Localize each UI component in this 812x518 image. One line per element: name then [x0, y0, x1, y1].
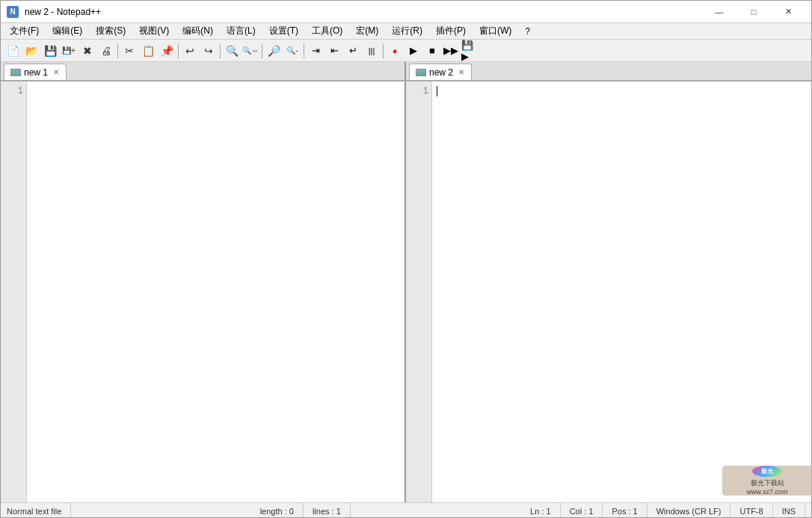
- menu-item-t[interactable]: 设置(T): [263, 23, 304, 39]
- status-line-ending: Windows (CR LF): [648, 503, 731, 519]
- menu-item-e[interactable]: 编辑(E): [46, 23, 88, 39]
- toolbar-sep-6: [383, 43, 384, 58]
- open-button[interactable]: 📂: [22, 42, 40, 60]
- left-pane: 1: [1, 81, 406, 502]
- find-button[interactable]: 🔍: [223, 42, 241, 60]
- toolbar-sep-1: [117, 43, 118, 58]
- macro-play-all-button[interactable]: ▶▶: [442, 42, 460, 60]
- right-pane: 1: [406, 81, 811, 502]
- menu-item-f[interactable]: 文件(F): [4, 23, 45, 39]
- menu-bar: 文件(F)编辑(E)搜索(S)视图(V)编码(N)语言(L)设置(T)工具(O)…: [1, 23, 811, 40]
- menu-item-s[interactable]: 搜索(S): [90, 23, 132, 39]
- toolbar-sep-4: [262, 43, 262, 58]
- window-controls: — □ ✕: [702, 1, 805, 23]
- tab-file-icon-1: [10, 69, 21, 76]
- find-replace-button[interactable]: 🔍↔: [242, 42, 259, 60]
- left-tab-close[interactable]: ✕: [51, 67, 61, 78]
- title-bar-left: N new 2 - Notepad++: [7, 6, 101, 18]
- macro-save-button[interactable]: 💾▶: [461, 42, 479, 60]
- copy-button[interactable]: 📋: [139, 42, 157, 60]
- right-line-numbers: 1: [406, 81, 432, 502]
- toolbar-sep-3: [220, 43, 221, 58]
- status-right: Ln : 1 Col : 1 Pos : 1 Windows (CR LF) U…: [530, 503, 805, 519]
- macro-play-button[interactable]: ▶: [405, 42, 422, 60]
- left-tabs: new 1 ✕: [1, 62, 406, 80]
- watermark-site: www.xz7.com: [746, 488, 787, 496]
- cut-button[interactable]: ✂: [120, 42, 138, 60]
- outdent-button[interactable]: ⇤: [325, 42, 343, 60]
- right-editor[interactable]: [432, 81, 811, 502]
- left-tab-new1[interactable]: new 1 ✕: [4, 64, 67, 80]
- toolbar: 📄 📂 💾 💾+ ✖ 🖨 ✂ 📋 📌 ↩ ↪ 🔍 🔍↔ 🔎 🔍- ⇥ ⇤ ↵ |…: [1, 40, 811, 62]
- editor-area: 1 1: [1, 81, 811, 502]
- redo-button[interactable]: ↪: [200, 42, 218, 60]
- save-all-button[interactable]: 💾+: [60, 42, 78, 60]
- macro-record-button[interactable]: ●: [386, 42, 404, 60]
- minimize-button[interactable]: —: [702, 1, 736, 23]
- menu-item-m[interactable]: 宏(M): [350, 23, 384, 39]
- status-encoding: UTF-8: [731, 503, 772, 519]
- wrap-button[interactable]: ↵: [344, 42, 362, 60]
- tab-area: new 1 ✕ new 2 ✕: [1, 62, 811, 81]
- status-length: length : 0: [251, 503, 304, 519]
- undo-button[interactable]: ↩: [181, 42, 199, 60]
- menu-item-o[interactable]: 工具(O): [306, 23, 348, 39]
- status-lines: lines : 1: [304, 503, 351, 519]
- right-tab-close[interactable]: ✕: [456, 67, 467, 78]
- indent-button[interactable]: ⇥: [307, 42, 325, 60]
- menu-item-n[interactable]: 编码(N): [176, 23, 219, 39]
- zoom-in-button[interactable]: 🔎: [265, 42, 283, 60]
- menu-item-v[interactable]: 视图(V): [133, 23, 175, 39]
- status-insert: INS: [773, 503, 805, 519]
- toolbar-sep-2: [178, 43, 179, 58]
- print-button[interactable]: 🖨: [97, 42, 115, 60]
- left-line-numbers: 1: [1, 81, 27, 502]
- left-tab-label: new 1: [24, 67, 48, 78]
- menu-item-[interactable]: ?: [519, 25, 536, 38]
- new-button[interactable]: 📄: [4, 42, 22, 60]
- right-tab-label: new 2: [429, 67, 453, 78]
- title-bar: N new 2 - Notepad++ — □ ✕: [1, 1, 811, 23]
- status-col: Col : 1: [561, 503, 603, 519]
- watermark-logo: 极光: [752, 466, 782, 477]
- zoom-out-button[interactable]: 🔍-: [283, 42, 301, 60]
- menu-item-l[interactable]: 语言(L): [221, 23, 262, 39]
- macro-stop-button[interactable]: ■: [423, 42, 441, 60]
- col-mode-button[interactable]: |||: [363, 42, 381, 60]
- left-line-1: 1: [1, 84, 23, 98]
- right-tab-new2[interactable]: new 2 ✕: [409, 64, 472, 80]
- watermark-name: 极光下载站: [751, 478, 784, 488]
- text-cursor: [437, 86, 437, 96]
- app-icon: N: [7, 6, 19, 18]
- close-button[interactable]: ✕: [771, 1, 805, 23]
- paste-button[interactable]: 📌: [158, 42, 176, 60]
- status-ln: Ln : 1: [530, 503, 561, 519]
- watermark: 极光 极光下载站 www.xz7.com: [722, 466, 812, 496]
- toolbar-sep-5: [304, 43, 304, 58]
- menu-item-p[interactable]: 插件(P): [430, 23, 472, 39]
- maximize-button[interactable]: □: [736, 1, 771, 23]
- left-editor[interactable]: [27, 81, 405, 502]
- title-text: new 2 - Notepad++: [25, 7, 101, 17]
- menu-item-r[interactable]: 运行(R): [386, 23, 428, 39]
- close-button2[interactable]: ✖: [79, 42, 96, 60]
- right-tabs: new 2 ✕: [406, 62, 811, 80]
- status-bar: Normal text file length : 0 lines : 1 Ln…: [1, 502, 811, 518]
- save-button[interactable]: 💾: [41, 42, 59, 60]
- right-line-1: 1: [406, 84, 428, 98]
- menu-item-w[interactable]: 窗口(W): [473, 23, 517, 39]
- status-file-type: Normal text file: [7, 503, 71, 519]
- status-pos: Pos : 1: [603, 503, 647, 519]
- tab-file-icon-2: [416, 69, 426, 76]
